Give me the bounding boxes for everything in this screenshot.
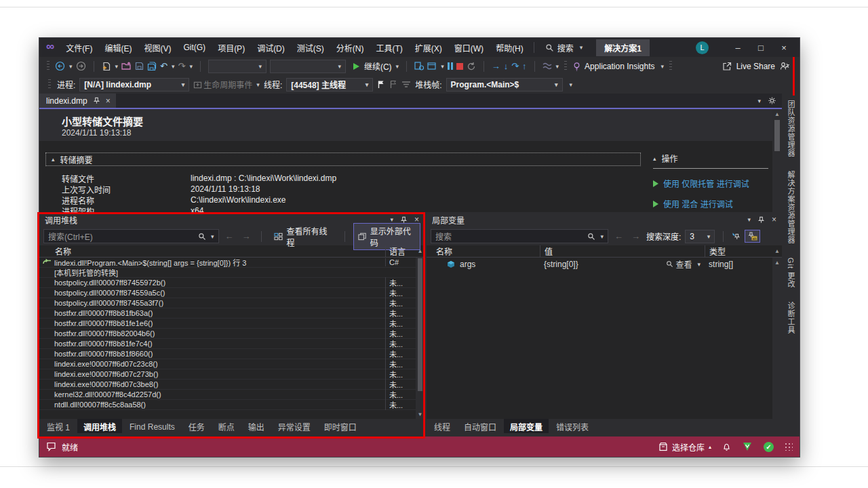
process-combobox[interactable]: [N/A] lindexi.dmp ▾ [79,78,189,92]
minimize-button[interactable]: – [726,41,749,54]
environment-status-icon[interactable] [742,442,753,451]
stack-frame-row[interactable]: hostpolicy.dll!00007ff874559a5c() 未... [39,288,416,298]
toolbar-overflow-icon[interactable]: ▾ [570,81,573,88]
chevron-down-icon[interactable]: ▾ [600,233,604,240]
menu-item[interactable]: 调试(D) [251,42,291,54]
column-header-language[interactable]: 语言 [385,245,416,257]
show-window-button[interactable]: ▾ [427,62,444,70]
search-previous-icon[interactable]: ← [223,231,236,241]
navigate-back-button[interactable]: ▾ [55,61,73,71]
locals-title-bar[interactable]: 局部变量 ▾ × [427,212,782,227]
debug-action-link[interactable]: 使用 仅限托管 进行调试 [663,178,749,189]
search-next-icon[interactable]: → [629,231,642,241]
stack-frame-row[interactable]: hostfxr.dll!00007ff8b81fe1e6() 未... [39,319,416,329]
panel-tab[interactable]: 错误列表 [550,419,595,434]
redo-button[interactable]: ↷ ▾ [178,62,193,70]
actions-header-row[interactable]: ▴ 操作 [653,152,768,169]
restart-button[interactable] [467,62,476,71]
panel-tab[interactable]: 监视 1 [41,419,76,434]
live-share-button[interactable]: Live Share [736,62,775,71]
stack-frame-row[interactable]: [本机到托管的转换] [39,268,416,278]
save-all-button[interactable] [147,62,157,71]
document-scrollbar[interactable]: ▲ [772,109,782,212]
close-panel-icon[interactable]: × [772,215,776,224]
menu-item[interactable]: 窗口(W) [448,42,490,54]
panel-tab[interactable]: 局部变量 [504,419,549,434]
unflag-threads-button[interactable] [389,80,397,89]
chevron-down-icon[interactable]: ▾ [211,233,214,240]
continue-button[interactable]: 继续(C) ▾ [353,60,399,72]
pin-icon[interactable] [93,97,100,104]
column-header-type[interactable]: 类型 [705,245,772,257]
stack-frame-row[interactable]: hostfxr.dll!00007ff8b81fe7c4() 未... [39,339,416,349]
toolbar-grip[interactable] [48,79,51,90]
window-position-chevron-icon[interactable]: ▾ [748,216,751,223]
scroll-up-icon[interactable]: ▲ [772,109,782,119]
undo-button[interactable]: ↶ ▾ [160,62,174,70]
debug-action-link[interactable]: 使用 混合 进行调试 [663,198,733,209]
search-menu-button[interactable]: 搜索 ▾ [538,42,590,54]
column-header-name[interactable]: 名称 [39,245,385,257]
menu-item[interactable]: 分析(N) [330,42,370,54]
variable-row[interactable]: args {string[0]} 查看 ▾ [427,258,772,270]
side-tab[interactable]: 解决方案资源管理器 [785,171,796,244]
toolbar-grip[interactable] [564,61,567,72]
resize-grip[interactable] [785,443,793,451]
column-header-name[interactable]: 名称 [427,245,540,257]
background-tasks-check-icon[interactable]: ✓ [764,442,774,452]
call-stack-scrollbar[interactable]: ▼ [416,258,425,419]
select-repository-button[interactable]: 选择仓库 ▴ [658,441,711,453]
toolbar-grip[interactable] [47,61,50,72]
locals-search-input[interactable]: 搜索 ▾ [431,229,608,243]
search-depth-combobox[interactable]: 3 ▾ [685,230,715,243]
stack-frame-row[interactable]: hostpolicy.dll!00007ff87455a3f7() 未... [39,298,416,308]
menu-item[interactable]: 测试(S) [291,42,330,54]
application-insights-button[interactable]: Application Insights ▾ [572,61,674,72]
panel-tab[interactable]: Find Results [123,419,181,434]
save-button[interactable] [135,62,144,70]
menu-item[interactable]: 项目(P) [212,42,251,54]
stack-frame-row[interactable]: ntdll.dll!00007ff8c5c8aa58() 未... [39,400,416,410]
stack-frame-row[interactable]: lindexi.exe!00007ff6d07c3be8() 未... [39,380,416,390]
stack-frame-row[interactable]: hostfxr.dll!00007ff8b82004b6() 未... [39,329,416,339]
scroll-up-icon[interactable]: ▲ [416,248,425,254]
search-next-icon[interactable]: → [240,231,253,241]
menu-item[interactable]: 工具(T) [370,42,408,54]
panel-tab[interactable]: 断点 [212,419,241,434]
step-out-button[interactable]: ↑ [522,62,527,70]
break-all-button[interactable] [414,62,424,70]
locals-scrollbar[interactable]: ▲ [772,258,782,419]
close-tab-icon[interactable]: × [106,96,111,106]
gear-icon[interactable] [768,96,776,105]
thread-combobox[interactable]: [44548] 主线程 ▾ [286,78,373,92]
search-icon[interactable] [198,232,206,241]
maximize-button[interactable]: □ [749,41,772,54]
panel-tab[interactable]: 任务 [182,419,211,434]
close-button[interactable]: × [772,41,795,54]
intellitrace-button[interactable]: ▾ [542,62,559,70]
panel-tab[interactable]: 即时窗口 [318,419,363,434]
scroll-down-icon[interactable]: ▼ [416,409,425,419]
menu-item[interactable]: Git(G) [177,43,212,52]
bell-icon[interactable] [722,442,731,451]
scroll-up-icon[interactable]: ▲ [772,258,782,267]
flag-pin-button[interactable] [732,232,741,241]
call-stack-search-input[interactable]: 搜索(Ctrl+E) ▾ [43,229,219,243]
flag-threads-button[interactable] [377,80,385,89]
menu-item[interactable]: 文件(F) [60,42,98,54]
new-file-button[interactable]: ▾ [102,62,119,71]
menu-item[interactable]: 视图(V) [138,42,177,54]
tab-list-chevron-icon[interactable]: ▾ [758,98,762,104]
scrollbar-thumb[interactable] [774,120,780,151]
stack-frame-row[interactable]: hostfxr.dll!00007ff8b81f8660() 未... [39,349,416,359]
side-tab[interactable]: Git 更改 [785,258,796,288]
stack-frame-combobox[interactable]: Program.<Main>$ ▾ [446,78,563,92]
account-avatar[interactable]: L [696,41,709,54]
open-file-button[interactable] [121,62,132,70]
configuration-combobox[interactable]: ▾ [208,60,267,73]
window-position-chevron-icon[interactable]: ▾ [390,216,393,223]
panel-tab[interactable]: 输出 [242,419,271,434]
panel-tab[interactable]: 调用堆栈 [77,419,122,434]
feedback-icon[interactable] [46,442,56,451]
side-tab[interactable]: 诊断工具 [785,302,796,334]
